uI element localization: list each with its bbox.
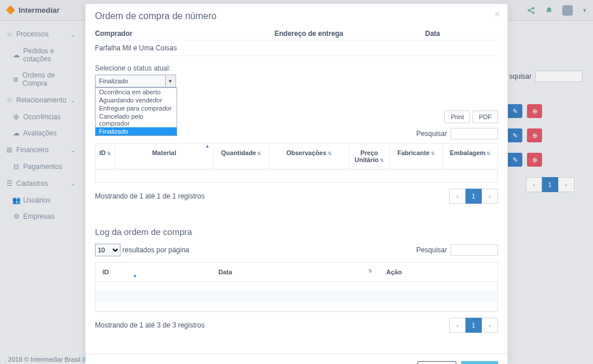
status-selected-value: Finalizado [99,78,128,84]
print-button[interactable]: Print [444,111,470,123]
log-col-acao[interactable]: Ação [379,263,497,281]
close-button[interactable]: Fechar [418,361,456,364]
col-quant[interactable]: Quantidade⇅ [214,144,269,169]
page-size-label: resultados por página [122,246,189,254]
col-emb[interactable]: Embalagem⇅ [443,144,497,169]
dropdown-option[interactable]: Entregue para comprador [96,104,177,112]
table-info: Mostrando de 1 até 1 de 1 registros [95,192,204,200]
chevron-down-icon: ▼ [168,79,173,84]
col-fab[interactable]: Fabricante⇅ [390,144,443,169]
label-address: Endereço de entrega [274,30,425,38]
close-icon[interactable]: × [494,9,500,19]
search-label: Pesquisar [416,246,447,254]
pager-prev[interactable]: ‹ [449,189,466,204]
items-pager: ‹ 1 › [449,189,498,204]
status-dropdown: Ocorrência em aberto Aguardando vendedor… [95,87,177,136]
modal-title: Ordem de compra de número [95,11,498,21]
dropdown-option[interactable]: Cancelado pelo comprador [96,112,177,127]
dropdown-option-selected[interactable]: Finalizado [96,127,177,135]
log-title: Log da ordem de compra [95,227,498,237]
table-row [96,282,497,292]
log-info: Mostrando de 1 até 3 de 3 registros [95,321,204,329]
search-label: Pesquisar [416,130,447,138]
pdf-button[interactable]: PDF [473,111,498,123]
col-obs[interactable]: Observações⇅ [269,144,349,169]
table-row [96,302,497,311]
pager-next[interactable]: › [482,318,498,333]
label-date: Data [425,30,498,38]
table-row [96,170,497,182]
pager-prev[interactable]: ‹ [449,318,466,333]
log-col-data[interactable]: Data⇅ [211,263,379,281]
col-id[interactable]: ID⇅ [96,144,115,169]
pager-page-1[interactable]: 1 [466,318,482,333]
modal: × Ordem de compra de número Comprador En… [85,3,508,364]
pager-page-1[interactable]: 1 [466,189,482,204]
buyer-value: Farfalha Mil e Uma Coisas [95,41,498,56]
table-row [96,292,497,302]
pager-next[interactable]: › [482,189,498,204]
status-label: Selecione o status atual: [95,64,498,72]
save-button[interactable]: Salvar [461,361,498,364]
dropdown-option[interactable]: Aguardando vendedor [96,96,177,104]
page-size-select[interactable]: 10 [95,244,120,256]
col-material[interactable]: Material▲ [115,144,214,169]
label-buyer: Comprador [95,30,274,38]
items-search-input[interactable] [451,128,498,139]
modal-overlay: × Ordem de compra de número Comprador En… [0,0,593,364]
log-table: ID ▼ Data⇅ Ação [95,262,498,312]
log-pager: ‹ 1 › [449,318,498,333]
status-select[interactable]: Finalizado ▼ [95,75,176,87]
dropdown-option[interactable]: Ocorrência em aberto [96,88,177,96]
log-search-input[interactable] [451,244,498,256]
items-table: ID⇅ Material▲ Quantidade⇅ Observações⇅ P… [95,143,498,183]
col-preco[interactable]: Preço Unitário⇅ [349,144,390,169]
sort-desc-icon: ▼ [133,274,137,279]
log-col-id[interactable]: ID ▼ [96,263,211,281]
